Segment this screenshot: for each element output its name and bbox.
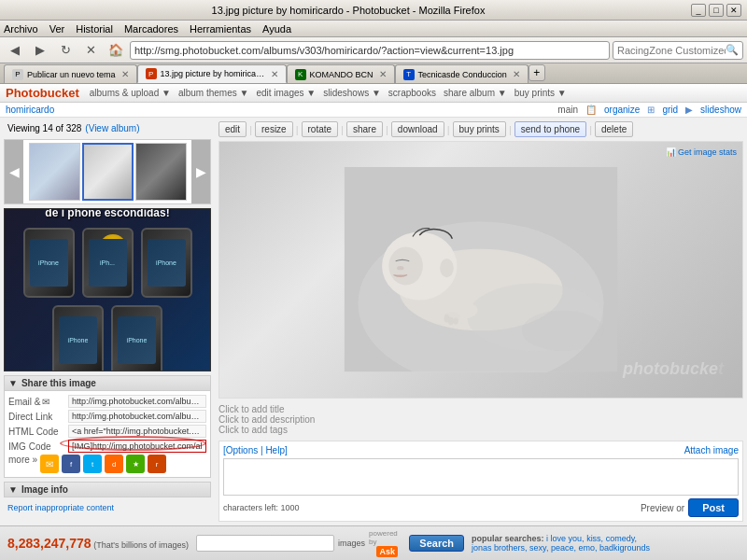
view-album-link[interactable]: (View album) xyxy=(85,123,139,133)
share-value-2[interactable] xyxy=(68,425,206,438)
attach-image-link[interactable]: Attach image xyxy=(684,445,739,455)
ad-iphone-4[interactable]: iPhone xyxy=(111,305,162,371)
tab-3[interactable]: T Tecnicasde Conduccion ✕ xyxy=(395,64,529,83)
browser-toolbar: ◀ ▶ ↻ ✕ 🏠 🔍 xyxy=(0,37,747,63)
subheader-grid-icon: ⊞ xyxy=(647,105,655,115)
close-button[interactable]: ✕ xyxy=(726,4,741,17)
report-link[interactable]: Report inappropriate content xyxy=(4,501,211,514)
ask-logo: Ask xyxy=(376,546,398,557)
ad-iphone-3[interactable]: iPhone xyxy=(52,305,104,371)
subheader-slideshow[interactable]: slideshow xyxy=(700,105,741,115)
share-value-0[interactable] xyxy=(68,395,206,408)
new-tab-button[interactable]: + xyxy=(529,64,545,81)
ad-iphone-1[interactable]: iPh... xyxy=(82,228,134,298)
forward-button[interactable]: ▶ xyxy=(29,40,51,61)
delete-button[interactable]: delete xyxy=(595,121,633,137)
stats-icon: 📊 xyxy=(666,147,676,157)
popular-term-3[interactable]: jonas brothers, xyxy=(472,543,529,553)
thumb-next-button[interactable]: ▶ xyxy=(191,140,210,203)
tab-close-3[interactable]: ✕ xyxy=(513,69,520,79)
resize-button[interactable]: resize xyxy=(255,121,293,137)
share-row-0: Email & ✉ xyxy=(8,395,206,408)
menu-ver[interactable]: Ver xyxy=(49,23,65,35)
subheader-slideshow-icon: ▶ xyxy=(685,105,693,115)
share-section-header[interactable]: ▼ Share this image xyxy=(5,376,210,391)
back-button[interactable]: ◀ xyxy=(4,40,26,61)
home-button[interactable]: 🏠 xyxy=(105,40,127,61)
url-bar[interactable] xyxy=(134,45,605,56)
thumb-prev-button[interactable]: ◀ xyxy=(5,140,23,203)
menu-ayuda[interactable]: Ayuda xyxy=(262,23,291,35)
post-button[interactable]: Post xyxy=(688,498,739,517)
image-description-placeholder[interactable]: Click to add description xyxy=(218,414,743,425)
share-icon-bookmark1[interactable]: d xyxy=(105,455,123,473)
thumbnail-1[interactable] xyxy=(82,143,134,201)
nav-scrapbooks[interactable]: scrapbooks xyxy=(386,87,439,99)
edit-button[interactable]: edit xyxy=(218,121,247,137)
footer-search-button[interactable]: Search xyxy=(409,535,464,552)
subheader-grid[interactable]: grid xyxy=(662,105,678,115)
download-button[interactable]: download xyxy=(391,121,444,137)
popular-term-0[interactable]: i love you, xyxy=(546,534,586,543)
share-button[interactable]: share xyxy=(346,121,383,137)
tab-label-3: Tecnicasde Conduccion xyxy=(418,70,507,79)
reload-button[interactable]: ↻ xyxy=(54,40,77,61)
tab-2[interactable]: K KOMANDO BCN ✕ xyxy=(287,64,395,83)
subheader-organize[interactable]: organize xyxy=(604,105,640,115)
buy-prints-button[interactable]: buy prints xyxy=(453,121,506,137)
menu-marcadores[interactable]: Marcadores xyxy=(124,23,178,35)
more-link[interactable]: more » xyxy=(8,455,37,473)
nav-themes[interactable]: album themes ▼ xyxy=(176,87,251,99)
share-icon-bookmark3[interactable]: r xyxy=(148,455,166,473)
nav-slideshows[interactable]: slideshows ▼ xyxy=(320,87,384,99)
image-title-placeholder[interactable]: Click to add title xyxy=(218,404,743,414)
get-image-stats[interactable]: 📊 Get image stats xyxy=(666,147,737,157)
popular-term-7[interactable]: badkigrounds xyxy=(599,543,650,553)
share-rows: Email & ✉ Direct Link HTML Code xyxy=(8,395,206,453)
tab-favicon-1: P xyxy=(146,68,157,79)
popular-term-2[interactable]: comedy, xyxy=(606,534,637,543)
popular-term-5[interactable]: peace, xyxy=(551,543,579,553)
stop-button[interactable]: ✕ xyxy=(79,40,102,61)
subheader-main[interactable]: main xyxy=(557,105,578,115)
thumbnail-2[interactable] xyxy=(135,143,187,201)
maximize-button[interactable]: □ xyxy=(709,4,724,17)
tab-label-0: Publicar un nuevo tema xyxy=(27,70,116,79)
viewing-text: Viewing 14 of 328 xyxy=(7,123,81,133)
nav-edit[interactable]: edit images ▼ xyxy=(253,87,318,99)
ad-iphone-2[interactable]: iPhone xyxy=(141,228,192,298)
tab-0[interactable]: P Publicar un nuevo tema ✕ xyxy=(4,64,137,83)
footer-search-input[interactable] xyxy=(196,535,334,552)
ad-iphone-0[interactable]: iPhone xyxy=(23,228,75,298)
nav-prints[interactable]: buy prints ▼ xyxy=(512,87,570,99)
share-icon-bookmark2[interactable]: ★ xyxy=(126,455,145,473)
rotate-button[interactable]: rotate xyxy=(302,121,339,137)
minimize-button[interactable]: _ xyxy=(691,4,706,17)
popular-term-1[interactable]: kiss, xyxy=(586,534,606,543)
comment-textarea[interactable] xyxy=(223,458,739,496)
tab-close-1[interactable]: ✕ xyxy=(271,69,278,79)
send-to-phone-button[interactable]: send to phone xyxy=(514,121,586,137)
sep-5: | xyxy=(447,124,450,135)
menu-archivo[interactable]: Archivo xyxy=(4,23,38,35)
search-bar[interactable] xyxy=(617,45,726,56)
thumbnail-0[interactable] xyxy=(29,143,80,201)
share-value-1[interactable] xyxy=(68,410,206,423)
share-icon-facebook[interactable]: f xyxy=(62,455,80,473)
tab-close-2[interactable]: ✕ xyxy=(379,69,387,79)
image-tags-placeholder[interactable]: Click to add tags xyxy=(218,425,743,435)
share-icon-twitter[interactable]: t xyxy=(83,455,102,473)
user-link[interactable]: homiricardo xyxy=(6,105,54,115)
share-value-3[interactable] xyxy=(68,440,206,453)
nav-share[interactable]: share album ▼ xyxy=(441,87,510,99)
nav-albums[interactable]: albums & upload ▼ xyxy=(87,87,174,99)
options-link[interactable]: [Options | Help] xyxy=(223,445,288,455)
tab-close-0[interactable]: ✕ xyxy=(121,69,129,79)
share-icon-email[interactable]: ✉ xyxy=(40,455,59,473)
tab-1[interactable]: P 13.jpg picture by homiricardo - P... ✕ xyxy=(137,64,287,83)
menu-herramientas[interactable]: Herramientas xyxy=(190,23,251,35)
popular-term-6[interactable]: emo, xyxy=(578,543,599,553)
popular-term-4[interactable]: sexy, xyxy=(529,543,551,553)
menu-historial[interactable]: Historial xyxy=(76,23,113,35)
image-info-header[interactable]: ▼ Image info xyxy=(5,483,210,497)
